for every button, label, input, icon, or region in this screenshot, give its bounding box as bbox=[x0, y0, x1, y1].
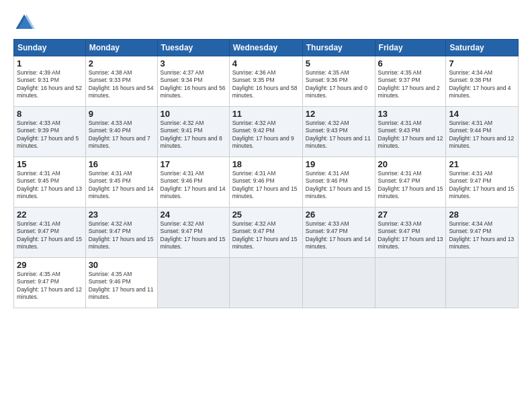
day-info: Sunrise: 4:31 AMSunset: 9:46 PMDaylight:… bbox=[232, 170, 300, 201]
calendar: SundayMondayTuesdayWednesdayThursdayFrid… bbox=[13, 39, 519, 308]
day-number: 28 bbox=[449, 210, 515, 220]
calendar-cell bbox=[375, 258, 446, 308]
calendar-cell: 28Sunrise: 4:34 AMSunset: 9:47 PMDayligh… bbox=[446, 208, 519, 258]
day-info: Sunrise: 4:33 AMSunset: 9:47 PMDaylight:… bbox=[306, 220, 372, 251]
day-number: 4 bbox=[232, 58, 300, 68]
day-info: Sunrise: 4:31 AMSunset: 9:47 PMDaylight:… bbox=[449, 170, 515, 201]
calendar-week-row: 8Sunrise: 4:33 AMSunset: 9:39 PMDaylight… bbox=[14, 107, 519, 157]
calendar-header-friday: Friday bbox=[375, 40, 446, 56]
day-info: Sunrise: 4:35 AMSunset: 9:37 PMDaylight:… bbox=[378, 69, 443, 100]
calendar-cell: 10Sunrise: 4:32 AMSunset: 9:41 PMDayligh… bbox=[157, 107, 229, 157]
day-info: Sunrise: 4:31 AMSunset: 9:43 PMDaylight:… bbox=[378, 120, 443, 150]
calendar-cell: 1Sunrise: 4:39 AMSunset: 9:31 PMDaylight… bbox=[14, 56, 86, 107]
day-info: Sunrise: 4:39 AMSunset: 9:31 PMDaylight:… bbox=[17, 69, 83, 100]
calendar-cell: 9Sunrise: 4:33 AMSunset: 9:40 PMDaylight… bbox=[85, 107, 157, 157]
day-info: Sunrise: 4:31 AMSunset: 9:45 PMDaylight:… bbox=[89, 170, 154, 201]
calendar-week-row: 22Sunrise: 4:31 AMSunset: 9:47 PMDayligh… bbox=[14, 208, 519, 258]
calendar-header-sunday: Sunday bbox=[14, 40, 86, 56]
day-number: 15 bbox=[17, 159, 83, 169]
calendar-cell: 20Sunrise: 4:31 AMSunset: 9:47 PMDayligh… bbox=[375, 157, 446, 208]
calendar-cell: 29Sunrise: 4:35 AMSunset: 9:47 PMDayligh… bbox=[14, 258, 86, 308]
calendar-cell: 18Sunrise: 4:31 AMSunset: 9:46 PMDayligh… bbox=[229, 157, 302, 208]
calendar-week-row: 1Sunrise: 4:39 AMSunset: 9:31 PMDaylight… bbox=[14, 56, 519, 107]
calendar-cell: 27Sunrise: 4:33 AMSunset: 9:47 PMDayligh… bbox=[375, 208, 446, 258]
day-number: 25 bbox=[232, 210, 300, 220]
calendar-cell: 2Sunrise: 4:38 AMSunset: 9:33 PMDaylight… bbox=[85, 56, 157, 107]
day-info: Sunrise: 4:33 AMSunset: 9:40 PMDaylight:… bbox=[89, 120, 154, 150]
day-number: 12 bbox=[306, 109, 372, 119]
day-number: 29 bbox=[17, 260, 83, 270]
day-number: 9 bbox=[89, 109, 154, 119]
day-info: Sunrise: 4:35 AMSunset: 9:46 PMDaylight:… bbox=[89, 271, 154, 302]
calendar-cell: 16Sunrise: 4:31 AMSunset: 9:45 PMDayligh… bbox=[85, 157, 157, 208]
day-number: 21 bbox=[449, 159, 515, 169]
day-number: 17 bbox=[161, 159, 226, 169]
day-info: Sunrise: 4:31 AMSunset: 9:45 PMDaylight:… bbox=[17, 170, 83, 201]
calendar-cell: 19Sunrise: 4:31 AMSunset: 9:46 PMDayligh… bbox=[302, 157, 375, 208]
day-info: Sunrise: 4:35 AMSunset: 9:47 PMDaylight:… bbox=[17, 271, 83, 302]
calendar-cell bbox=[302, 258, 375, 308]
day-info: Sunrise: 4:35 AMSunset: 9:36 PMDaylight:… bbox=[306, 69, 372, 100]
day-number: 2 bbox=[89, 58, 154, 68]
day-number: 22 bbox=[17, 210, 83, 220]
calendar-cell: 12Sunrise: 4:32 AMSunset: 9:43 PMDayligh… bbox=[302, 107, 375, 157]
day-info: Sunrise: 4:31 AMSunset: 9:46 PMDaylight:… bbox=[306, 170, 372, 201]
calendar-header-monday: Monday bbox=[85, 40, 157, 56]
day-info: Sunrise: 4:37 AMSunset: 9:34 PMDaylight:… bbox=[161, 69, 226, 100]
day-number: 10 bbox=[161, 109, 226, 119]
calendar-header-saturday: Saturday bbox=[446, 40, 519, 56]
logo-icon bbox=[13, 12, 35, 34]
calendar-cell: 6Sunrise: 4:35 AMSunset: 9:37 PMDaylight… bbox=[375, 56, 446, 107]
calendar-cell: 7Sunrise: 4:34 AMSunset: 9:38 PMDaylight… bbox=[446, 56, 519, 107]
calendar-cell: 26Sunrise: 4:33 AMSunset: 9:47 PMDayligh… bbox=[302, 208, 375, 258]
day-number: 23 bbox=[89, 210, 154, 220]
day-info: Sunrise: 4:32 AMSunset: 9:41 PMDaylight:… bbox=[161, 120, 226, 150]
calendar-cell: 15Sunrise: 4:31 AMSunset: 9:45 PMDayligh… bbox=[14, 157, 86, 208]
calendar-cell: 11Sunrise: 4:32 AMSunset: 9:42 PMDayligh… bbox=[229, 107, 302, 157]
day-number: 16 bbox=[89, 159, 154, 169]
day-info: Sunrise: 4:33 AMSunset: 9:39 PMDaylight:… bbox=[17, 120, 83, 150]
calendar-header-thursday: Thursday bbox=[302, 40, 375, 56]
calendar-cell: 24Sunrise: 4:32 AMSunset: 9:47 PMDayligh… bbox=[157, 208, 229, 258]
calendar-week-row: 29Sunrise: 4:35 AMSunset: 9:47 PMDayligh… bbox=[14, 258, 519, 308]
day-info: Sunrise: 4:32 AMSunset: 9:47 PMDaylight:… bbox=[89, 220, 154, 251]
day-number: 3 bbox=[161, 58, 226, 68]
day-number: 27 bbox=[378, 210, 443, 220]
calendar-cell: 25Sunrise: 4:32 AMSunset: 9:47 PMDayligh… bbox=[229, 208, 302, 258]
day-number: 24 bbox=[161, 210, 226, 220]
day-info: Sunrise: 4:33 AMSunset: 9:47 PMDaylight:… bbox=[378, 220, 443, 251]
day-number: 11 bbox=[232, 109, 300, 119]
day-info: Sunrise: 4:31 AMSunset: 9:47 PMDaylight:… bbox=[378, 170, 443, 201]
day-number: 26 bbox=[306, 210, 372, 220]
calendar-cell bbox=[446, 258, 519, 308]
header bbox=[13, 12, 519, 34]
day-info: Sunrise: 4:31 AMSunset: 9:44 PMDaylight:… bbox=[449, 120, 515, 150]
calendar-week-row: 15Sunrise: 4:31 AMSunset: 9:45 PMDayligh… bbox=[14, 157, 519, 208]
day-number: 5 bbox=[306, 58, 372, 68]
calendar-header-row: SundayMondayTuesdayWednesdayThursdayFrid… bbox=[14, 40, 519, 56]
day-number: 6 bbox=[378, 58, 443, 68]
calendar-cell: 30Sunrise: 4:35 AMSunset: 9:46 PMDayligh… bbox=[85, 258, 157, 308]
calendar-cell bbox=[229, 258, 302, 308]
calendar-cell: 21Sunrise: 4:31 AMSunset: 9:47 PMDayligh… bbox=[446, 157, 519, 208]
day-number: 1 bbox=[17, 58, 83, 68]
day-info: Sunrise: 4:38 AMSunset: 9:33 PMDaylight:… bbox=[89, 69, 154, 100]
calendar-header-wednesday: Wednesday bbox=[229, 40, 302, 56]
calendar-cell: 3Sunrise: 4:37 AMSunset: 9:34 PMDaylight… bbox=[157, 56, 229, 107]
page: SundayMondayTuesdayWednesdayThursdayFrid… bbox=[0, 0, 532, 411]
day-number: 14 bbox=[449, 109, 515, 119]
day-info: Sunrise: 4:32 AMSunset: 9:42 PMDaylight:… bbox=[232, 120, 300, 150]
calendar-cell: 5Sunrise: 4:35 AMSunset: 9:36 PMDaylight… bbox=[302, 56, 375, 107]
day-number: 30 bbox=[89, 260, 154, 270]
day-info: Sunrise: 4:36 AMSunset: 9:35 PMDaylight:… bbox=[232, 69, 300, 100]
day-info: Sunrise: 4:32 AMSunset: 9:43 PMDaylight:… bbox=[306, 120, 372, 150]
calendar-cell: 14Sunrise: 4:31 AMSunset: 9:44 PMDayligh… bbox=[446, 107, 519, 157]
day-info: Sunrise: 4:32 AMSunset: 9:47 PMDaylight:… bbox=[232, 220, 300, 251]
calendar-cell: 23Sunrise: 4:32 AMSunset: 9:47 PMDayligh… bbox=[85, 208, 157, 258]
day-number: 19 bbox=[306, 159, 372, 169]
calendar-cell: 13Sunrise: 4:31 AMSunset: 9:43 PMDayligh… bbox=[375, 107, 446, 157]
day-number: 8 bbox=[17, 109, 83, 119]
day-info: Sunrise: 4:31 AMSunset: 9:46 PMDaylight:… bbox=[161, 170, 226, 201]
day-info: Sunrise: 4:31 AMSunset: 9:47 PMDaylight:… bbox=[17, 220, 83, 251]
day-number: 13 bbox=[378, 109, 443, 119]
